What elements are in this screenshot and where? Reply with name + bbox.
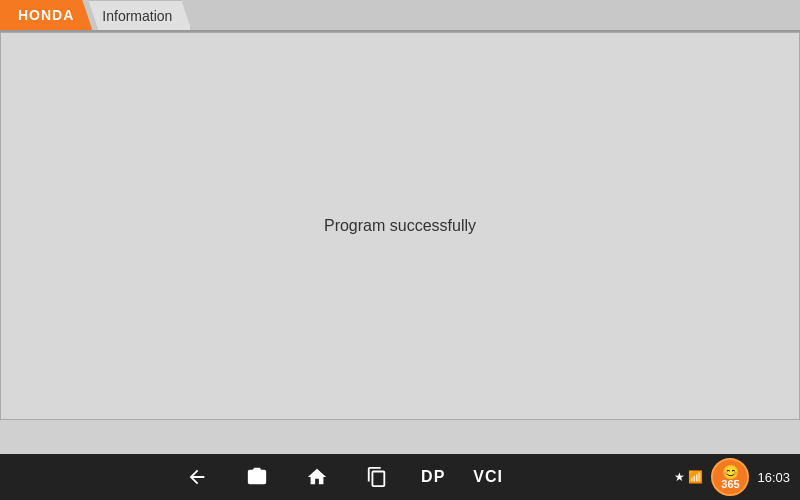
vci-button[interactable]: VCI (473, 468, 503, 486)
status-bar-right: ★ 📶 😊 365 16:03 (674, 458, 790, 496)
information-tab-label: Information (102, 8, 172, 24)
toolbar-icons-group: DP VCI (10, 461, 674, 493)
time-display: 16:03 (757, 470, 790, 485)
copy-button[interactable] (361, 461, 393, 493)
home-button[interactable] (301, 461, 333, 493)
logo-number: 365 (721, 479, 739, 490)
logo-badge: 😊 365 (711, 458, 749, 496)
tab-honda[interactable]: HONDA (0, 0, 92, 30)
status-icons: ★ 📶 (674, 470, 703, 484)
honda-tab-label: HONDA (18, 7, 74, 23)
tab-information[interactable]: Information (88, 0, 191, 30)
bottom-toolbar: DP VCI ★ 📶 😊 365 16:03 (0, 454, 800, 500)
bluetooth-icon: ★ 📶 (674, 470, 703, 484)
dp-button[interactable]: DP (421, 468, 445, 486)
tab-bar: HONDA Information (0, 0, 800, 32)
back-button[interactable] (181, 461, 213, 493)
logo-face: 😊 (721, 465, 739, 479)
success-message: Program successfully (324, 217, 476, 235)
camera-button[interactable] (241, 461, 273, 493)
main-content-area: Program successfully (0, 32, 800, 420)
